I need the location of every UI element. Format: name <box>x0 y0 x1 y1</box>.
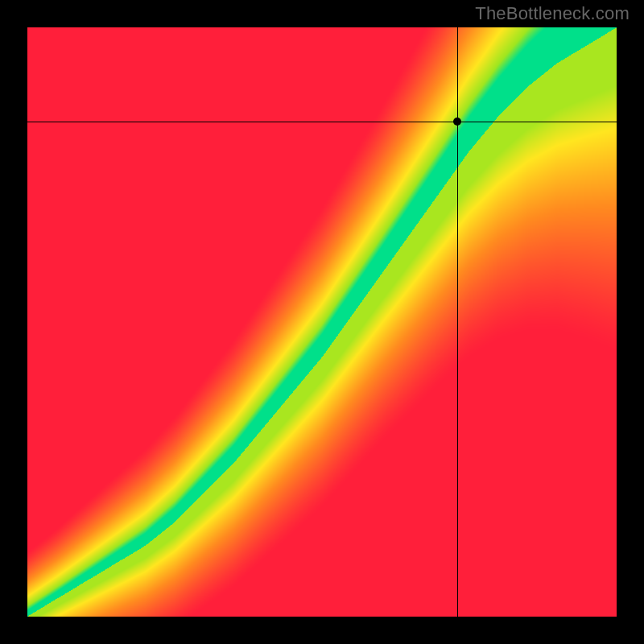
heatmap-canvas <box>27 27 617 617</box>
attribution-text: TheBottleneck.com <box>475 3 630 24</box>
chart-container: TheBottleneck.com <box>0 0 644 644</box>
crosshair-vertical <box>457 27 458 617</box>
marker-dot <box>453 118 461 126</box>
crosshair-horizontal <box>27 122 617 122</box>
heatmap-plot <box>27 27 617 617</box>
